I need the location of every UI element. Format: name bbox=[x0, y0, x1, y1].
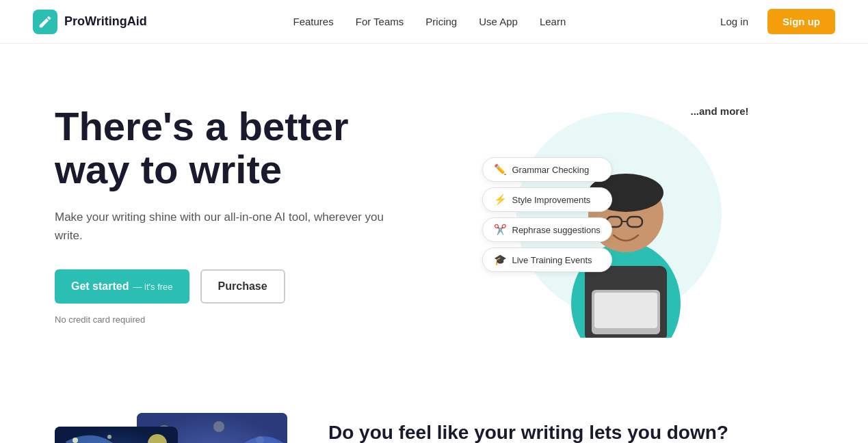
logo-icon bbox=[33, 10, 57, 34]
pill-training: 🎓 Live Training Events bbox=[482, 247, 612, 272]
hero-buttons: Get started — it's free Purchase bbox=[55, 269, 397, 304]
pill-style: ⚡ Style Improvements bbox=[482, 187, 612, 212]
style-icon: ⚡ bbox=[494, 193, 507, 206]
feature-pills: ✏️ Grammar Checking ⚡ Style Improvements… bbox=[482, 157, 612, 272]
no-credit-text: No credit card required bbox=[55, 314, 397, 325]
svg-point-15 bbox=[73, 438, 78, 443]
painting-front bbox=[55, 427, 178, 443]
section2-left: My idea in my head bbox=[55, 399, 287, 443]
logo-svg bbox=[38, 14, 53, 29]
logo-link[interactable]: ProWritingAid bbox=[33, 10, 147, 34]
nav-use-app[interactable]: Use App bbox=[479, 16, 518, 27]
rephrase-icon: ✂️ bbox=[494, 224, 507, 236]
nav-learn[interactable]: Learn bbox=[540, 16, 566, 27]
section2-right: Do you feel like your writing lets you d… bbox=[328, 420, 813, 443]
nav-pricing[interactable]: Pricing bbox=[425, 16, 457, 27]
pill-grammar: ✏️ Grammar Checking bbox=[482, 157, 612, 182]
and-more-label: ...and more! bbox=[690, 105, 748, 117]
free-tag: — it's free bbox=[133, 282, 172, 292]
grammar-icon: ✏️ bbox=[494, 163, 507, 176]
training-icon: 🎓 bbox=[494, 254, 507, 266]
hero-title: There's a better way to write bbox=[55, 105, 397, 192]
section2-title: Do you feel like your writing lets you d… bbox=[328, 420, 813, 443]
svg-point-11 bbox=[213, 421, 224, 432]
purchase-button[interactable]: Purchase bbox=[200, 269, 285, 304]
nav-for-teams[interactable]: For Teams bbox=[356, 16, 404, 27]
hero-left: There's a better way to write Make your … bbox=[55, 105, 424, 325]
pill-rephrase: ✂️ Rephrase suggestions bbox=[482, 217, 612, 242]
get-started-button[interactable]: Get started — it's free bbox=[55, 269, 189, 304]
hero-right: ...and more! ✏️ Grammar Checking ⚡ Style… bbox=[424, 85, 813, 345]
hero-illustration: ...and more! ✏️ Grammar Checking ⚡ Style… bbox=[496, 92, 742, 338]
section2: My idea in my head Do you feel like your… bbox=[0, 372, 868, 443]
nav-links: Features For Teams Pricing Use App Learn bbox=[293, 16, 566, 28]
logo-text: ProWritingAid bbox=[64, 14, 147, 29]
painting-front-svg bbox=[55, 427, 178, 443]
hero-section: There's a better way to write Make your … bbox=[0, 44, 868, 372]
hero-subtitle: Make your writing shine with our all-in-… bbox=[55, 208, 397, 245]
svg-rect-8 bbox=[594, 293, 657, 328]
nav-features[interactable]: Features bbox=[293, 16, 334, 27]
nav-actions: Log in Sign up bbox=[712, 9, 835, 34]
paintings-stack: My idea in my head bbox=[55, 399, 287, 443]
navbar: ProWritingAid Features For Teams Pricing… bbox=[0, 0, 868, 44]
svg-point-16 bbox=[107, 435, 111, 439]
signup-button[interactable]: Sign up bbox=[767, 9, 835, 34]
login-button[interactable]: Log in bbox=[712, 12, 757, 31]
